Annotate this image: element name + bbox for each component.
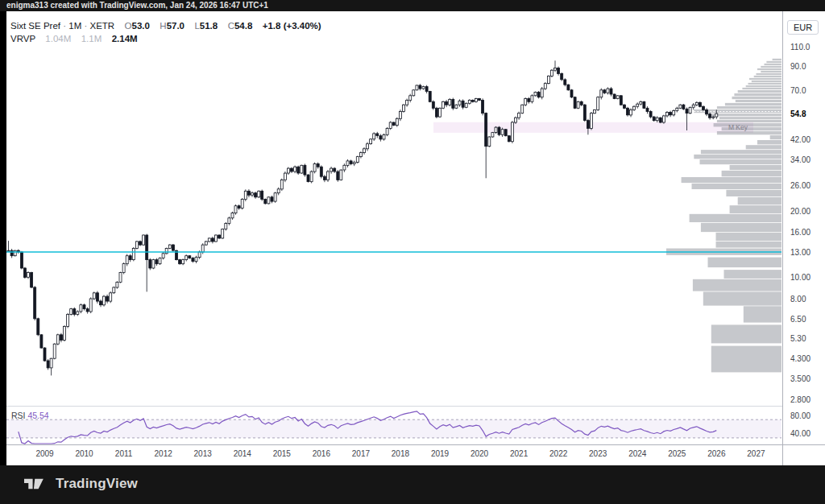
footer-bar: TradingView — [0, 465, 825, 504]
year-label: 2010 — [75, 449, 93, 458]
price-axis[interactable]: EUR 54.8 110.090.070.042.0034.0026.0020.… — [782, 11, 825, 444]
year-label: 2020 — [471, 449, 488, 458]
rsi-name[interactable]: RSI — [11, 411, 26, 420]
tradingview-logo-icon — [24, 476, 48, 492]
tradingview-logo[interactable]: TradingView — [24, 476, 138, 492]
price-tick: 70.0 — [790, 85, 806, 94]
price-tick: 8.00 — [790, 295, 806, 304]
rsi-value: 45.54 — [27, 411, 48, 420]
year-label: 2018 — [392, 449, 409, 458]
price-tick: 20.00 — [790, 206, 810, 215]
price-tick: 26.00 — [790, 181, 810, 190]
axis-separator-line — [782, 445, 783, 465]
year-label: 2009 — [35, 449, 53, 458]
symbol-legend[interactable]: Sixt SE Pref · 1M · XETR O53.0 H57.0 L51… — [10, 19, 321, 45]
rsi-indicator-label[interactable]: RSI 45.54 — [11, 411, 49, 420]
price-tick: 16.00 — [790, 228, 810, 237]
vrvp-total: 2.14M — [112, 34, 138, 43]
legend-row-vrvp[interactable]: VRVP 1.04M 1.1M 2.14M — [10, 32, 321, 45]
price-tick: 13.00 — [790, 247, 810, 256]
year-label: 2017 — [352, 449, 370, 458]
high-key: H — [160, 21, 166, 31]
price-tick: 5.30 — [790, 334, 806, 343]
price-tick: 42.00 — [790, 134, 810, 143]
price-tick: 110.0 — [790, 42, 810, 51]
close-value: 54.8 — [234, 21, 252, 31]
year-label: 2014 — [234, 449, 251, 458]
year-label: 2016 — [313, 449, 330, 458]
change-value: +1.8 (+3.40%) — [263, 21, 321, 31]
rsi-band-fill — [6, 419, 781, 438]
low-value: 51.8 — [200, 21, 218, 31]
price-tick: 4.300 — [790, 354, 810, 363]
price-tick: 2.800 — [790, 395, 810, 404]
year-label: 2026 — [707, 449, 725, 458]
year-label: 2021 — [510, 449, 528, 458]
price-pane[interactable]: M Key — [6, 11, 782, 406]
year-label: 2012 — [155, 449, 172, 458]
legend-row-symbol[interactable]: Sixt SE Pref · 1M · XETR O53.0 H57.0 L51… — [10, 19, 321, 32]
vrvp-value-2: 1.1M — [81, 34, 102, 43]
open-key: O — [125, 21, 132, 31]
year-label: 2024 — [628, 449, 646, 458]
year-label: 2011 — [115, 449, 133, 458]
vrvp-value-1: 1.04M — [45, 34, 71, 43]
price-tick: 90.0 — [790, 61, 806, 70]
time-axis[interactable]: 2009201020112012201320142015201620172018… — [6, 444, 825, 465]
price-tick: 34.00 — [790, 155, 810, 164]
year-label: 2027 — [747, 449, 765, 458]
price-tick: 6.50 — [790, 314, 806, 323]
current-price-label: 54.8 — [789, 109, 807, 118]
year-label: 2023 — [589, 449, 607, 458]
year-label: 2013 — [194, 449, 212, 458]
symbol-name[interactable]: Sixt SE Pref — [10, 21, 60, 31]
key-zone-band[interactable] — [433, 122, 753, 133]
candlestick-series[interactable] — [7, 60, 718, 375]
high-value: 57.0 — [167, 21, 184, 31]
watermark-bar: enigma313 created with TradingView.com, … — [0, 0, 825, 11]
rsi-tick: 40.00 — [790, 429, 810, 438]
year-label: 2022 — [549, 449, 567, 458]
year-label: 2015 — [273, 449, 291, 458]
year-label: 2019 — [431, 449, 449, 458]
currency-badge[interactable]: EUR — [787, 20, 819, 35]
open-value: 53.0 — [132, 21, 150, 31]
rsi-pane[interactable] — [6, 406, 782, 444]
vrvp-indicator-label[interactable]: VRVP — [10, 34, 35, 43]
tradingview-logo-text: TradingView — [56, 476, 138, 492]
interval-label[interactable]: 1M — [68, 21, 81, 31]
year-label: 2025 — [668, 449, 686, 458]
watermark-text: enigma313 created with TradingView.com, … — [6, 1, 268, 10]
price-tick: 3.500 — [790, 374, 810, 382]
exchange-label: XETR — [89, 21, 114, 31]
price-tick: 10.00 — [790, 273, 810, 282]
rsi-tick: 80.00 — [790, 411, 810, 419]
chart-area[interactable]: M Key 2009201020112012201320142015201620… — [6, 11, 825, 465]
close-key: C — [228, 21, 234, 31]
